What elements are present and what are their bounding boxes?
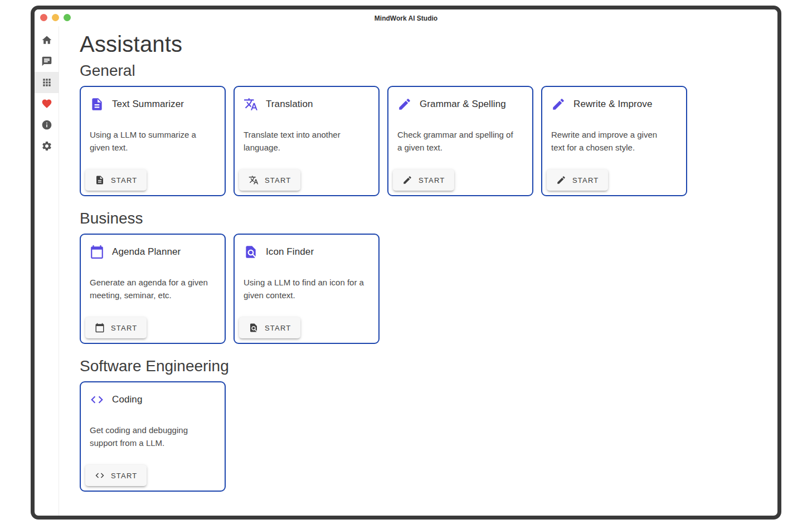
card-title: Translation (266, 99, 313, 110)
card-title: Text Summarizer (112, 99, 184, 110)
title-bar: MindWork AI Studio (35, 9, 777, 26)
start-button-label: START (265, 324, 291, 332)
calendar-icon (90, 245, 104, 259)
heart-icon (41, 98, 52, 109)
translate-icon (249, 175, 259, 185)
card-description: Translate text into another language. (235, 129, 372, 154)
calendar-icon (95, 323, 105, 333)
card-actions: START (235, 313, 378, 343)
card-title: Agenda Planner (112, 246, 181, 258)
chat-icon (41, 56, 52, 67)
pencil-icon (556, 175, 566, 185)
icon-search-icon (244, 245, 258, 259)
page-title: Assistants (80, 32, 777, 57)
translate-icon (244, 97, 258, 111)
pencil-icon (397, 97, 412, 111)
sidebar (35, 26, 59, 516)
card-header: Coding (81, 382, 225, 407)
assistant-card-icon-finder: Icon Finder Using a LLM to find an icon … (234, 234, 380, 344)
start-button-label: START (111, 176, 137, 185)
card-header: Icon Finder (235, 235, 378, 259)
assistant-card-translation: Translation Translate text into another … (234, 86, 380, 196)
sidebar-item-favorites[interactable] (35, 93, 59, 114)
section-title-general: General (80, 62, 777, 80)
info-icon (41, 119, 52, 130)
start-button-label: START (111, 324, 137, 332)
card-actions: START (81, 313, 225, 343)
card-description: Rewrite and improve a given text for a c… (542, 129, 679, 154)
apps-grid-icon (41, 77, 52, 88)
sidebar-item-home[interactable] (35, 30, 59, 51)
sidebar-item-settings[interactable] (35, 135, 59, 157)
main-content: Assistants General Text Summarizer Using… (59, 26, 777, 516)
assistant-card-agenda-planner: Agenda Planner Generate an agenda for a … (80, 234, 226, 344)
card-description: Check grammar and spelling of a given te… (388, 129, 526, 154)
sidebar-item-assistants[interactable] (35, 72, 59, 93)
sidebar-item-chats[interactable] (35, 51, 59, 72)
card-description: Get coding and debugging support from a … (81, 424, 218, 449)
card-title: Icon Finder (266, 246, 314, 258)
start-button[interactable]: START (239, 317, 300, 338)
app-window: MindWork AI Studio Assistants (31, 6, 781, 520)
assistant-card-text-summarizer: Text Summarizer Using a LLM to summarize… (80, 86, 226, 196)
start-button-label: START (419, 176, 445, 185)
code-icon (90, 392, 104, 407)
pencil-icon (402, 175, 412, 185)
start-button[interactable]: START (85, 465, 147, 486)
icon-search-icon (249, 323, 259, 333)
assistant-card-rewrite-improve: Rewrite & Improve Rewrite and improve a … (541, 86, 687, 196)
card-description: Using a LLM to find an icon for a given … (235, 276, 372, 302)
card-actions: START (235, 165, 378, 195)
settings-gear-icon (41, 140, 52, 152)
cards-row-general: Text Summarizer Using a LLM to summarize… (80, 86, 777, 196)
card-header: Text Summarizer (81, 87, 225, 111)
start-button[interactable]: START (547, 169, 608, 191)
start-button[interactable]: START (85, 317, 147, 338)
card-header: Rewrite & Improve (542, 87, 686, 111)
start-button[interactable]: START (239, 169, 300, 191)
card-actions: START (81, 460, 225, 491)
document-icon (90, 97, 104, 111)
home-icon (41, 35, 52, 46)
card-title: Rewrite & Improve (573, 99, 653, 110)
card-actions: START (388, 165, 532, 195)
start-button[interactable]: START (85, 169, 147, 191)
start-button-label: START (572, 176, 599, 185)
card-actions: START (542, 165, 686, 195)
start-button-label: START (265, 176, 291, 185)
card-title: Coding (112, 394, 142, 405)
document-icon (95, 175, 105, 185)
cards-row-software-engineering: Coding Get coding and debugging support … (80, 381, 777, 492)
card-header: Grammar & Spelling (388, 87, 532, 111)
section-title-business: Business (80, 210, 777, 227)
card-title: Grammar & Spelling (420, 99, 506, 110)
card-description: Generate an agenda for a given meeting, … (81, 276, 218, 302)
start-button[interactable]: START (393, 169, 454, 191)
assistant-card-coding: Coding Get coding and debugging support … (80, 381, 226, 492)
pencil-icon (551, 97, 566, 111)
card-header: Translation (235, 87, 378, 111)
card-description: Using a LLM to summarize a given text. (81, 129, 218, 154)
start-button-label: START (111, 472, 137, 480)
card-header: Agenda Planner (81, 235, 225, 259)
assistant-card-grammar-spelling: Grammar & Spelling Check grammar and spe… (387, 86, 533, 196)
sidebar-item-about[interactable] (35, 114, 59, 135)
card-actions: START (81, 165, 225, 195)
code-icon (95, 470, 105, 481)
section-title-software-engineering: Software Engineering (80, 357, 777, 375)
cards-row-business: Agenda Planner Generate an agenda for a … (80, 234, 777, 344)
window-title: MindWork AI Studio (35, 9, 777, 26)
